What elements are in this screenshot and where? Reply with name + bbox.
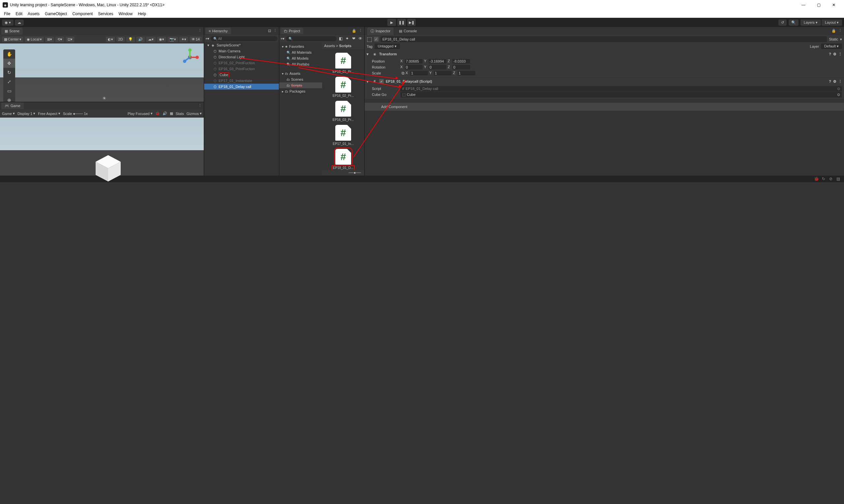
status-network-icon[interactable]: ⊘ (828, 176, 833, 181)
scale-slider[interactable]: Scale ●─── 1x (63, 112, 88, 115)
inspector-panel-menu[interactable]: ⋮ (839, 28, 842, 33)
gizmos-dropdown[interactable]: ✦▾ (179, 37, 188, 42)
layers-dropdown[interactable]: Layers ▾ (800, 19, 821, 26)
project-fav-item[interactable]: 🔍All Models (279, 55, 322, 61)
project-tab[interactable]: 🗀 Project (280, 28, 303, 34)
play-button[interactable]: ▶ (387, 19, 396, 26)
hierarchy-item[interactable]: ⬡ EP16_03_PrintFuction (204, 66, 279, 72)
layer-dropdown[interactable]: Default ▾ (821, 43, 842, 49)
inspector-lock-icon[interactable]: 🔒 (831, 29, 836, 33)
grid-snap-button[interactable]: ⊞▾ (45, 37, 54, 42)
step-button[interactable]: ▶❚ (407, 19, 416, 26)
menu-file[interactable]: File (1, 11, 13, 17)
2d-toggle[interactable]: 2D (116, 37, 125, 42)
maximize-button[interactable]: ▢ (811, 0, 826, 10)
project-filter-fav-icon[interactable]: ❤ (351, 36, 356, 41)
menu-window[interactable]: Window (116, 11, 135, 17)
pause-button[interactable]: ❚❚ (397, 19, 406, 26)
menu-assets[interactable]: Assets (25, 11, 42, 17)
game-debug-icon[interactable]: 🐞 (155, 111, 160, 115)
cube-go-object-field[interactable]: ⬚ Cube ⊙ (400, 92, 842, 97)
hierarchy-panel-menu[interactable]: ⋮ (273, 28, 277, 33)
menu-services[interactable]: Services (95, 11, 116, 17)
fx-toggle[interactable]: ☁▾ (146, 37, 156, 42)
project-panel-menu[interactable]: ⋮ (359, 28, 362, 33)
component-enabled-checkbox[interactable]: ✓ (379, 79, 384, 84)
hierarchy-item[interactable]: ⬡ EP17_01_Instantiate (204, 78, 279, 84)
position-x-input[interactable] (405, 59, 423, 64)
game-dropdown[interactable]: Game▾ (2, 111, 15, 115)
component-preset-icon[interactable]: ⚙ (833, 52, 837, 56)
scale-x-input[interactable] (410, 71, 428, 75)
orientation-gizmo[interactable] (181, 48, 199, 67)
project-fav-item[interactable]: 🔍All Materials (279, 49, 322, 55)
pivot-mode-dropdown[interactable]: ▦Center▾ (2, 37, 23, 42)
project-filter-type-icon[interactable]: ◧ (338, 36, 343, 41)
component-help-icon[interactable]: ? (829, 79, 831, 83)
menu-edit[interactable]: Edit (13, 11, 25, 17)
gameobject-name-input[interactable]: EP18_01_Delay call (380, 36, 827, 42)
undo-history-button[interactable]: ↺ (778, 19, 787, 26)
stats-toggle[interactable]: Stats (176, 112, 184, 115)
transform-header[interactable]: ▾ ⚹ Transform ? ⚙ ⋮ (365, 50, 844, 58)
menu-help[interactable]: Help (135, 11, 149, 17)
lighting-toggle[interactable]: 💡 (126, 37, 135, 42)
foldout-icon[interactable]: ▾ (367, 52, 370, 56)
component-menu-icon[interactable]: ⋮ (839, 52, 842, 56)
script-asset[interactable]: # EP16_02_Pr... (331, 77, 356, 97)
project-folder-scripts[interactable]: 🗀Scripts (279, 82, 322, 88)
hierarchy-item[interactable]: ⬡ EP16_02_PrintFuction (204, 60, 279, 66)
script-asset-highlighted[interactable]: # EP18_01_D... (331, 149, 356, 170)
handle-rotation-dropdown[interactable]: ◉Local▾ (25, 37, 44, 42)
menu-gameobject[interactable]: GameObject (42, 11, 70, 17)
position-y-input[interactable] (429, 59, 446, 64)
component-menu-icon[interactable]: ⋮ (839, 79, 842, 84)
layout-dropdown[interactable]: Layout ▾ (822, 19, 842, 26)
hierarchy-item-cube[interactable]: ⬡ Cube (204, 72, 279, 78)
component-preset-icon[interactable]: ⚙ (833, 79, 837, 84)
rotate-tool[interactable]: ↻ (3, 68, 15, 77)
game-mute-icon[interactable]: 🔊 (162, 111, 167, 115)
move-tool[interactable]: ✥ (3, 59, 15, 68)
script-asset[interactable]: # EP16_01_Pr... (331, 53, 356, 73)
display-dropdown[interactable]: Display 1▾ (17, 111, 35, 115)
scene-view[interactable]: ✋ ✥ ↻ ⤢ ▭ ⊕ (0, 43, 204, 102)
project-filter-label-icon[interactable]: ✦ (345, 36, 350, 41)
project-hidden-icon[interactable]: 👁 (358, 36, 363, 41)
hand-tool[interactable]: ✋ (3, 49, 15, 59)
rect-tool[interactable]: ▭ (3, 86, 15, 95)
status-bug-icon[interactable]: 🐞 (814, 176, 819, 181)
transform-tool[interactable]: ⊕ (3, 95, 15, 102)
hierarchy-item-selected[interactable]: ⬡ EP18_01_Delay call (204, 84, 279, 90)
scale-z-input[interactable] (458, 71, 476, 75)
snap-settings-button[interactable]: ⊡▾ (66, 37, 74, 42)
project-assets-folder[interactable]: ▾🗀Assets (279, 71, 322, 76)
account-dropdown[interactable]: ◉ ▾ (2, 19, 14, 26)
project-favorites[interactable]: ▾★Favorites (279, 43, 322, 49)
project-lock-icon[interactable]: 🔒 (352, 29, 356, 33)
inspector-tab[interactable]: ⓘ Inspector (367, 28, 394, 35)
project-search-input[interactable]: 🔍 (286, 36, 337, 41)
static-dropdown[interactable]: ▾ (840, 37, 842, 41)
aspect-dropdown[interactable]: Free Aspect▾ (38, 111, 60, 115)
rotation-x-input[interactable] (405, 65, 423, 70)
draw-mode-dropdown[interactable]: ◐▾ (106, 37, 115, 42)
script-asset[interactable]: # EP16_03_Pr... (331, 101, 356, 122)
hierarchy-scene-row[interactable]: ▾ ◈ SampleScene* (204, 42, 279, 48)
project-folder[interactable]: 🗀Scenes (279, 76, 322, 82)
object-picker-icon[interactable]: ⊙ (837, 87, 840, 91)
rotation-z-input[interactable] (452, 65, 470, 70)
foldout-icon[interactable]: ▾ (367, 79, 370, 84)
project-fav-item[interactable]: 🔍All Prefabs (279, 61, 322, 67)
project-asset-grid[interactable]: # EP16_01_Pr... # EP16_02_Pr... # EP16_0… (322, 49, 364, 170)
hierarchy-item[interactable]: ⬡ Main Camera (204, 48, 279, 54)
hierarchy-create-dropdown[interactable]: +▾ (205, 37, 209, 41)
object-picker-icon[interactable]: ⊙ (837, 93, 840, 97)
game-vsync-icon[interactable]: ▦ (170, 111, 173, 115)
hidden-objects-count[interactable]: 👁14 (190, 37, 202, 42)
hierarchy-item[interactable]: ⬡ Directional Light (204, 54, 279, 60)
scale-y-input[interactable] (434, 71, 452, 75)
hierarchy-tree[interactable]: ▾ ◈ SampleScene* ⬡ Main Camera ⬡ Directi… (204, 42, 279, 176)
camera-settings[interactable]: 📷▾ (168, 37, 178, 42)
hierarchy-search-input[interactable]: 🔍 All (211, 36, 278, 41)
